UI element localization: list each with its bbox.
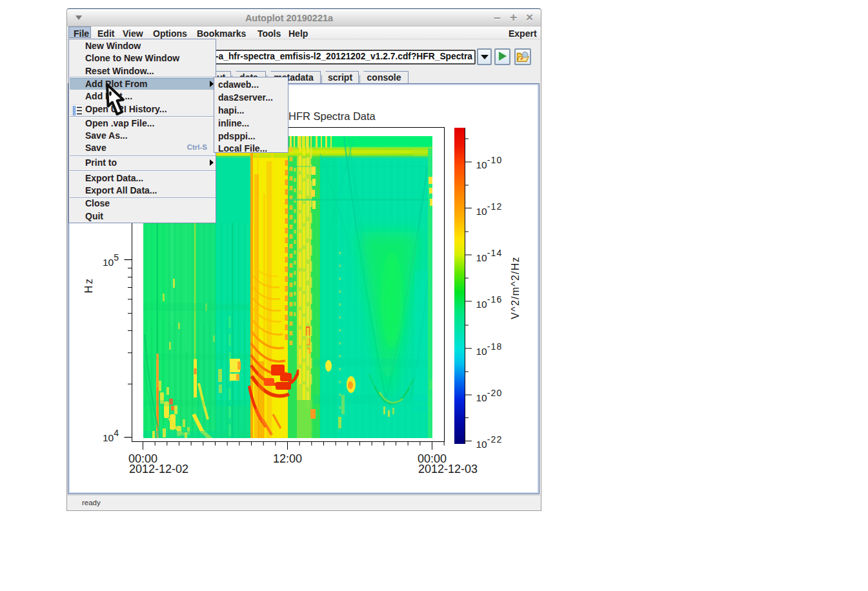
svg-text:10-12: 10-12 <box>476 201 503 217</box>
svg-text:10-10: 10-10 <box>476 155 503 170</box>
svg-text:10-16: 10-16 <box>476 294 503 310</box>
svg-text:2012-12-03: 2012-12-03 <box>418 463 478 476</box>
svg-text:2012-12-02: 2012-12-02 <box>129 463 188 476</box>
svg-text:12:00: 12:00 <box>273 452 302 465</box>
svg-text:10-22: 10-22 <box>476 434 503 450</box>
svg-text:10-14: 10-14 <box>476 248 503 263</box>
svg-text:V^2/m^2/Hz: V^2/m^2/Hz <box>510 256 521 319</box>
svg-text:104: 104 <box>103 428 119 443</box>
svg-text:10-20: 10-20 <box>476 388 503 403</box>
svg-text:105: 105 <box>103 252 119 268</box>
svg-text:HFR Spectra Data: HFR Spectra Data <box>288 110 376 122</box>
svg-text:10-18: 10-18 <box>476 341 503 357</box>
svg-text:Hz: Hz <box>83 277 94 293</box>
